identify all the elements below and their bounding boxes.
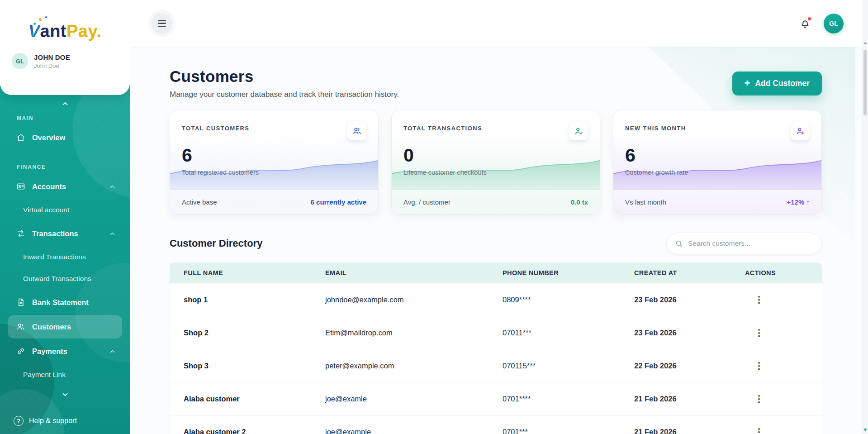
topbar: GL: [130, 0, 862, 47]
sidebar-item-label: Customers: [32, 323, 71, 331]
row-actions-button[interactable]: ⋮: [751, 292, 767, 307]
sidebar-nav: MAIN Overview FINANCE Accounts Virtual a…: [0, 109, 130, 386]
stat-footer: Avg. / customer 0.0 tx: [392, 190, 600, 214]
stat-label: TOTAL CUSTOMERS: [182, 121, 249, 132]
user-profile[interactable]: GL JOHN DOE John Doe: [0, 41, 130, 69]
column-header-created: CREATED AT: [634, 269, 745, 277]
directory-header: Customer Directory: [170, 233, 822, 254]
row-actions-button[interactable]: ⋮: [751, 424, 767, 434]
sidebar-item-label: Accounts: [32, 182, 66, 191]
search-box[interactable]: [666, 233, 822, 254]
cell-phone: 0701****: [503, 395, 634, 403]
sidebar-item-transactions[interactable]: Transactions: [8, 222, 122, 245]
user-avatar[interactable]: GL: [824, 14, 844, 33]
column-header-full-name: FULL NAME: [170, 269, 325, 277]
stat-caption: Customer growth rate: [625, 169, 810, 176]
logo-spark-icon: [45, 16, 47, 18]
notifications-button[interactable]: [799, 18, 811, 29]
hamburger-icon: [158, 20, 166, 21]
section-label-finance: FINANCE: [0, 150, 130, 174]
cell-email: Etim@maildrop.com: [325, 329, 503, 337]
stat-cards: TOTAL CUSTOMERS 6 Total registered custo…: [170, 110, 822, 215]
sidebar-scroll-up[interactable]: [0, 95, 130, 108]
cell-full-name: Shop 3: [170, 362, 325, 370]
table-row: Shop 3 peter@example.com 070115*** 22 Fe…: [170, 349, 822, 382]
topbar-actions: GL: [799, 14, 844, 33]
help-support-label: Help & support: [29, 417, 77, 425]
scrollbar-down-arrow[interactable]: [863, 429, 867, 431]
stat-card-total-customers: TOTAL CUSTOMERS 6 Total registered custo…: [170, 110, 379, 215]
swap-arrows-icon: [16, 229, 25, 238]
cell-phone: 07011***: [503, 329, 634, 337]
add-customer-button[interactable]: + Add Customer: [732, 72, 822, 95]
sidebar-item-label: Virtual account: [23, 206, 69, 214]
cell-created-at: 22 Feb 2026: [634, 362, 745, 370]
cell-created-at: 21 Feb 2026: [634, 395, 745, 403]
user-plus-icon: [791, 121, 810, 140]
table-row: Shop 2 Etim@maildrop.com 07011*** 23 Feb…: [170, 316, 822, 349]
stat-label: NEW THIS MONTH: [625, 121, 686, 132]
document-icon: [16, 298, 25, 307]
users-icon: [16, 322, 25, 331]
logo-dot: .: [96, 22, 101, 41]
cell-full-name: Alaba customer 2: [170, 428, 325, 434]
sidebar-item-virtual-account[interactable]: Virtual account: [8, 199, 122, 221]
sidebar-item-accounts[interactable]: Accounts: [8, 175, 122, 198]
notification-badge: [807, 17, 811, 21]
app-root: VantPay. GL JOHN DOE John Doe MAIN Overv…: [0, 0, 868, 434]
stat-footer: Vs last month +12% ↑: [613, 190, 821, 214]
row-actions-button[interactable]: ⋮: [751, 325, 767, 340]
brand-logo[interactable]: VantPay.: [0, 0, 130, 41]
sidebar-item-payment-link[interactable]: Payment Link: [8, 364, 122, 386]
sidebar-item-label: Bank Statement: [32, 298, 89, 307]
cell-created-at: 23 Feb 2026: [634, 329, 745, 337]
chevron-down-icon: [61, 391, 69, 399]
row-actions-button[interactable]: ⋮: [751, 358, 767, 373]
chevron-up-icon: [109, 348, 116, 355]
cell-email: joe@example: [325, 428, 503, 434]
stat-card-new-this-month: NEW THIS MONTH 6 Customer growth rate: [613, 110, 822, 215]
row-actions-button[interactable]: ⋮: [751, 391, 767, 406]
table-header: FULL NAME EMAIL PHONE NUMBER CREATED AT …: [170, 262, 822, 283]
sidebar-item-inward-transactions[interactable]: Inward Transactions: [8, 246, 122, 268]
contact-card-icon: [16, 182, 25, 191]
column-header-email: EMAIL: [325, 269, 503, 277]
sidebar-scroll-down[interactable]: [0, 391, 130, 399]
stat-footer-label: Avg. / customer: [403, 198, 451, 206]
sidebar-item-label: Inward Transactions: [23, 253, 86, 261]
table-row: shop 1 johndoe@example.com 0809**** 23 F…: [170, 283, 822, 316]
column-header-actions: ACTIONS: [745, 269, 822, 277]
sidebar-item-overview[interactable]: Overview: [8, 126, 122, 149]
sidebar-item-label: Payments: [32, 347, 67, 356]
cell-full-name: shop 1: [170, 296, 325, 304]
menu-toggle-button[interactable]: [152, 13, 172, 34]
stat-footer-value: +12% ↑: [787, 198, 810, 206]
cell-phone: 0701***: [503, 428, 634, 434]
customers-table: FULL NAME EMAIL PHONE NUMBER CREATED AT …: [170, 262, 822, 434]
page-content: Customers Manage your customer database …: [170, 47, 822, 434]
table-row: Alaba customer joe@examle 0701**** 21 Fe…: [170, 382, 822, 415]
scrollbar-up-arrow[interactable]: [863, 42, 867, 44]
section-label-main: MAIN: [0, 109, 130, 125]
help-support-link[interactable]: ? Help & support: [0, 416, 77, 426]
profile-subtitle: John Doe: [34, 62, 70, 69]
profile-avatar: GL: [12, 53, 28, 69]
chevron-up-icon: [61, 100, 69, 108]
stat-footer-value: 6 currently active: [311, 198, 366, 206]
cell-full-name: Shop 2: [170, 329, 325, 337]
sidebar: VantPay. GL JOHN DOE John Doe MAIN Overv…: [0, 0, 130, 434]
search-input[interactable]: [688, 239, 813, 248]
scrollbar-thumb[interactable]: [863, 50, 867, 115]
column-header-phone: PHONE NUMBER: [503, 269, 634, 277]
link-icon: [16, 347, 25, 356]
home-icon: [16, 133, 25, 142]
sidebar-item-payments[interactable]: Payments: [8, 339, 122, 363]
cell-created-at: 21 Feb 2026: [634, 428, 745, 434]
sidebar-item-bank-statement[interactable]: Bank Statement: [8, 291, 122, 314]
search-icon: [675, 239, 683, 248]
page-scrollbar[interactable]: [862, 0, 868, 434]
sidebar-item-customers[interactable]: Customers: [8, 315, 122, 339]
sidebar-item-outward-transactions[interactable]: Outward Transactions: [8, 268, 122, 290]
plus-icon: +: [745, 78, 750, 88]
page-title: Customers: [170, 67, 399, 86]
